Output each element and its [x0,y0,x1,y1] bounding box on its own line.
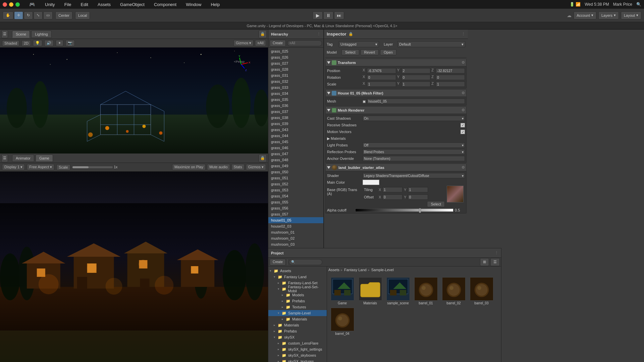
layers-dropdown[interactable]: Layers▾ [598,11,619,19]
tree-item[interactable]: ▸📁skySX_light_settings [268,346,327,352]
hierarchy-item[interactable]: mushroom_03 [268,241,323,247]
inspector-lock-icon[interactable]: 🔒 [348,32,353,36]
pos-x-field[interactable]: -6.37476 [367,68,396,73]
hierarchy-item[interactable]: mushroom_01 [268,229,323,235]
tree-item[interactable]: ▾📁Fantasy Land [268,274,327,280]
receive-shadows-checkbox[interactable]: ✓ [461,123,465,127]
gizmos-dropdown[interactable]: Gizmos ▾ [233,40,254,46]
play-button[interactable]: ▶ [313,11,323,19]
pos-y-field[interactable]: 2 [401,68,431,73]
game-canvas[interactable] [0,172,268,362]
project-search[interactable]: 🔍 [289,259,322,265]
menu-window[interactable]: Window [184,1,203,8]
display-dropdown[interactable]: Display 1 ▾ [2,164,25,170]
scene-panel-lock[interactable]: 🔒 [259,30,267,38]
pause-button[interactable]: ⏸ [323,11,333,19]
scale-y-field[interactable]: 1 [401,81,431,87]
tree-item[interactable]: ▸📁Prefabs [268,328,327,334]
game-panel-lock[interactable]: 🔒 [259,154,267,162]
tree-item[interactable]: ▸📁Materials [268,322,327,328]
tree-item[interactable]: ▾📁Assets [268,268,327,274]
account-dropdown[interactable]: Account▾ [574,11,596,19]
tree-item[interactable]: ▸📁Textures [268,304,327,310]
tree-item[interactable]: ▸📁Materials [268,316,327,322]
asset-item[interactable]: barrel_03 [469,277,494,305]
hierarchy-item[interactable]: house01_05 [268,217,323,223]
texture-preview[interactable] [447,186,464,202]
hierarchy-item[interactable]: grass_039 [268,121,323,127]
mesh-filter-header[interactable]: House 01_05 (Mesh Filter) ⚙ [326,89,466,97]
hierarchy-item[interactable]: grass_052 [268,181,323,187]
project-view-toggle[interactable]: ⊞ [480,258,489,266]
move-tool[interactable]: ✛ [14,11,23,19]
breadcrumb-assets[interactable]: Assets [328,268,339,272]
rot-x-field[interactable]: 0 [367,75,396,80]
search-icon[interactable]: 🔍 [636,2,641,7]
asset-item[interactable]: barrel_02 [441,277,466,305]
hierarchy-item[interactable]: grass_036 [268,103,323,109]
shading-dropdown[interactable]: Shaded [2,40,19,46]
project-panel-icon[interactable]: ⋮ [495,251,498,255]
maximize-on-play[interactable]: Maximize on Play [172,164,206,170]
scale-z-field[interactable]: 1 [436,81,465,87]
shader-dropdown[interactable]: Legacy Shaders/Transparent/Cutout/Diffus… [363,173,465,178]
main-color-swatch[interactable] [363,180,379,185]
cloud-icon[interactable]: ☁ [567,13,572,18]
transform-settings-icon[interactable]: ⚙ [462,60,465,65]
hierarchy-search[interactable]: ≡All [287,40,322,46]
hierarchy-item[interactable]: grass_044 [268,133,323,139]
offset-x-field[interactable]: 0 [382,194,402,200]
mesh-dropdown[interactable]: house01_05 [367,99,465,104]
tiling-y-field[interactable]: 1 [408,187,428,192]
tree-item[interactable]: ▾📁skySX [268,334,327,340]
menu-gameobject[interactable]: GameObject [118,1,147,8]
breadcrumb-fantasy-land[interactable]: Fantasy Land [344,268,367,272]
materials-expand-label[interactable]: ▶ Materials [327,136,361,141]
hierarchy-item[interactable]: grass_034 [268,90,323,97]
scene-camera-icon[interactable]: 📷 [65,40,75,46]
rot-y-field[interactable]: 0 [401,75,431,80]
alpha-slider[interactable] [355,208,453,212]
tab-animator[interactable]: Animator [12,155,34,162]
tree-item[interactable]: ▸📁Prefabs [268,298,327,304]
hierarchy-item[interactable]: grass_037 [268,109,323,115]
breadcrumb-sample-level[interactable]: Sample-Level [371,268,394,272]
project-list-toggle[interactable]: ☰ [490,258,500,266]
hierarchy-item[interactable]: grass_035 [268,97,323,103]
scale-tool[interactable]: ⤡ [34,11,43,19]
layer-dropdown[interactable]: Default▾ [397,41,465,47]
space-button[interactable]: Local [75,11,90,19]
cast-shadows-dropdown[interactable]: On▾ [363,116,465,121]
hierarchy-item[interactable]: grass_027 [268,60,323,66]
hierarchy-item[interactable]: grass_054 [268,193,323,199]
hierarchy-item[interactable]: grass_051 [268,175,323,181]
fx-icon[interactable]: ✦ [56,40,63,46]
aspect-dropdown[interactable]: Free Aspect ▾ [27,164,54,170]
mesh-renderer-settings-icon[interactable]: ⚙ [462,108,465,112]
hierarchy-item[interactable]: grass_045 [268,139,323,145]
hierarchy-item[interactable]: grass_049 [268,163,323,169]
hierarchy-item[interactable]: grass_055 [268,199,323,205]
hierarchy-item[interactable]: grass_056 [268,205,323,211]
model-open-btn[interactable]: Open [380,49,396,55]
minimize-button[interactable] [9,2,13,7]
pivot-button[interactable]: Center [55,11,72,19]
tab-lighting[interactable]: Lighting [31,31,52,38]
model-select-btn[interactable]: Select [341,49,359,55]
tree-item[interactable]: ▸📁skySX_skyboxes [268,352,327,358]
motion-vectors-checkbox[interactable]: ✓ [461,130,465,134]
step-button[interactable]: ⏭ [334,11,344,19]
menu-component[interactable]: Component [152,1,178,8]
menu-assets[interactable]: Assets [96,1,113,8]
asset-item[interactable]: Game [330,277,355,305]
tree-item[interactable]: ▸📁custom_LensFlare [268,340,327,346]
hierarchy-item[interactable]: grass_046 [268,145,323,151]
anchor-override-dropdown[interactable]: None (Transform) [363,156,465,161]
model-revert-btn[interactable]: Revert [361,49,379,55]
tiling-x-field[interactable]: 1 [382,187,402,192]
hierarchy-item[interactable]: grass_053 [268,187,323,193]
mesh-renderer-toggle[interactable] [332,108,336,113]
game-panel-menu[interactable]: ☰ [1,154,8,162]
rect-tool[interactable]: ▭ [43,11,53,19]
hierarchy-item[interactable]: grass_026 [268,54,323,60]
